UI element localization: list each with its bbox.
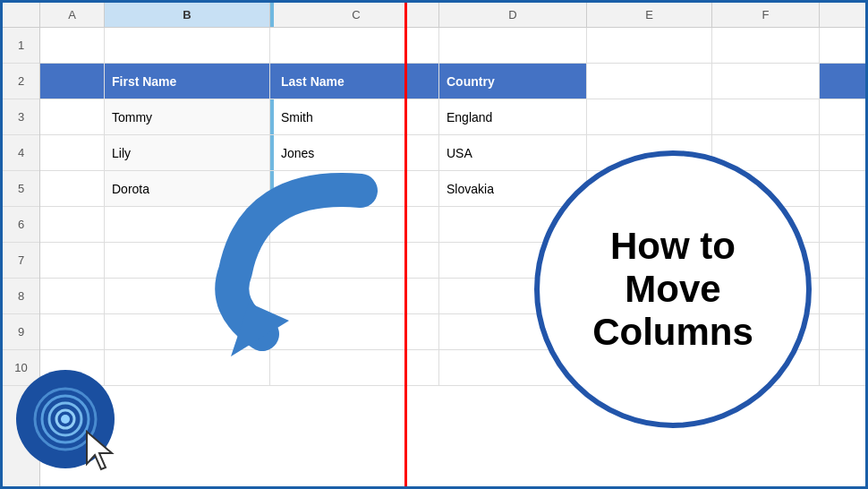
- row-num-5: 5: [3, 171, 39, 207]
- cell-2a: [40, 64, 105, 99]
- cell-3b: Tommy: [105, 99, 270, 134]
- cursor-icon: [83, 430, 119, 473]
- circle-text-line3: Columns: [592, 311, 753, 354]
- circle-text-line2: Move: [625, 268, 720, 311]
- row-num-1: 1: [3, 28, 39, 64]
- svg-marker-6: [87, 432, 112, 469]
- blue-arrow-icon: [182, 164, 414, 361]
- col-header-b: B: [105, 3, 270, 27]
- cell-9a: [40, 314, 105, 349]
- cell-8a: [40, 279, 105, 313]
- cell-3a: [40, 99, 105, 134]
- row-num-8: 8: [3, 279, 39, 314]
- row-num-3: 3: [3, 99, 39, 135]
- cell-3c: Smith: [274, 99, 439, 134]
- cell-1e: [587, 28, 712, 63]
- row-num-9: 9: [3, 314, 39, 350]
- cell-2f: [712, 64, 820, 99]
- cell-4d: USA: [439, 135, 587, 170]
- row-num-6: 6: [3, 207, 39, 243]
- cell-4a: [40, 135, 105, 170]
- cell-2d: Country: [439, 64, 587, 99]
- cell-1f: [712, 28, 820, 63]
- table-row: Tommy Smith England: [40, 99, 865, 135]
- cell-5a: [40, 171, 105, 206]
- column-headers: A B C D E F: [40, 3, 865, 28]
- table-row: First Name Last Name Country: [40, 64, 865, 99]
- col-header-e: E: [587, 3, 712, 27]
- corner-cell: [3, 3, 39, 28]
- svg-point-5: [61, 415, 70, 424]
- row-num-7: 7: [3, 243, 39, 279]
- table-row: Lily Jones USA: [40, 135, 865, 171]
- cell-7a: [40, 243, 105, 278]
- cell-3e: [587, 99, 712, 134]
- cell-6a: [40, 207, 105, 242]
- col-header-a: A: [40, 3, 105, 27]
- row-num-4: 4: [3, 135, 39, 171]
- col-header-f: F: [712, 3, 820, 27]
- cell-1b: [105, 28, 270, 63]
- cell-1d: [439, 28, 587, 63]
- cell-2b: First Name: [105, 64, 270, 99]
- cell-1a: [40, 28, 105, 63]
- how-to-move-columns-circle: How to Move Columns: [534, 150, 812, 428]
- circle-text-line1: How to: [610, 225, 736, 268]
- cell-2c: Last Name: [274, 64, 439, 99]
- col-header-c: C: [274, 3, 439, 27]
- cell-1c: [274, 28, 439, 63]
- row-num-2: 2: [3, 64, 39, 99]
- cell-3f: [712, 99, 820, 134]
- table-row: [40, 28, 865, 64]
- col-header-d: D: [439, 3, 587, 27]
- cell-2e: [587, 64, 712, 99]
- cell-3d: England: [439, 99, 587, 134]
- screenshot-container: A B C D E F 1 2 3 4 5 6 7 8 9 10: [0, 0, 868, 489]
